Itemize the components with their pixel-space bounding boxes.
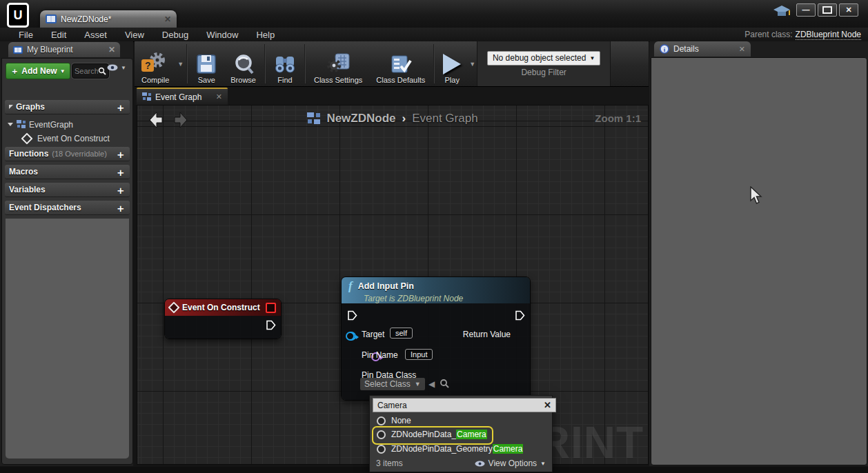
class-picker-search-value: Camera (377, 401, 544, 410)
breadcrumb-current[interactable]: Event Graph (412, 112, 477, 125)
visibility-filter-button[interactable]: ▼ (107, 64, 126, 71)
section-functions-label: Functions (9, 149, 48, 159)
my-blueprint-body: ＋ Add New ▼ Search ▼ Graphs ＋ EventGraph (1, 58, 133, 465)
search-input[interactable]: Search (72, 63, 109, 79)
eye-icon (107, 64, 118, 71)
add-macro-button[interactable]: ＋ (115, 167, 126, 177)
details-tab[interactable]: i Details ✕ (654, 41, 751, 57)
debug-filter-group: No debug object selected ▼ Debug Filter (477, 41, 611, 86)
details-tab-close-icon[interactable]: ✕ (739, 45, 745, 54)
class-circle-icon (377, 445, 386, 454)
add-variable-button[interactable]: ＋ (115, 185, 126, 195)
my-blueprint-panel: My Blueprint ✕ ＋ Add New ▼ Search ▼ Grap… (0, 41, 133, 466)
my-blueprint-tab[interactable]: My Blueprint ✕ (8, 42, 120, 57)
section-variables[interactable]: Variables ＋ (5, 183, 130, 197)
browse-to-asset-icon[interactable] (440, 379, 449, 388)
save-button[interactable]: Save (189, 41, 224, 86)
browse-button[interactable]: Browse (224, 41, 263, 86)
close-button[interactable]: ✕ (839, 3, 858, 17)
blueprint-graph-icon (142, 92, 151, 101)
node-add-input-pin[interactable]: f Add Input Pin Target is ZDBlueprint No… (341, 276, 531, 401)
breadcrumb-separator: › (402, 112, 406, 125)
chevron-down-icon: ▼ (540, 461, 546, 467)
menu-asset[interactable]: Asset (75, 30, 116, 40)
compile-button[interactable]: ? Compile (135, 41, 176, 86)
class-option-none[interactable]: None (377, 414, 411, 427)
menu-edit[interactable]: Edit (42, 30, 75, 40)
exec-output-pin[interactable] (266, 320, 276, 330)
view-options-button[interactable]: View Options ▼ (475, 459, 546, 468)
asset-tab-newzdnode[interactable]: NewZDNode* ✕ (40, 10, 177, 28)
class-settings-button[interactable]: Class Settings (307, 41, 369, 86)
unreal-blueprint-editor-window: U NewZDNode* ✕ — ✕ File Edit Asset View … (0, 0, 868, 473)
section-event-dispatchers[interactable]: Event Dispatchers ＋ (5, 201, 130, 215)
eventgraph-label: EventGraph (29, 120, 73, 130)
class-picker-search-input[interactable]: Camera ✕ (373, 398, 556, 412)
tutorial-graduation-cap-icon[interactable] (773, 4, 791, 19)
details-body-empty (651, 57, 867, 465)
event-graph-tab-close-icon[interactable]: ✕ (216, 92, 222, 101)
node-event-on-construct[interactable]: Event On Construct (164, 299, 282, 339)
main-toolbar: ? Compile ▼ Save Browse Find Class Setti… (135, 41, 649, 87)
menu-debug[interactable]: Debug (153, 30, 197, 40)
maximize-button[interactable] (818, 3, 837, 17)
find-binoculars-icon (274, 54, 296, 74)
use-selected-arrow-icon[interactable]: ◀ (428, 379, 435, 389)
target-pin-label: Target (362, 330, 384, 339)
event-on-construct-label: Event On Construct (37, 134, 110, 143)
parent-class-link[interactable]: ZDBlueprint Node (796, 30, 861, 40)
event-diamond-icon (21, 132, 33, 144)
menu-bar: File Edit Asset View Debug Window Help (0, 28, 868, 42)
menu-window[interactable]: Window (197, 30, 247, 40)
class-defaults-button[interactable]: Class Defaults (369, 41, 432, 86)
blueprint-graph-icon (17, 120, 26, 129)
asset-tab-title: NewZDNode* (61, 14, 160, 24)
add-graph-button[interactable]: ＋ (115, 102, 126, 112)
class-option-label: None (391, 416, 411, 425)
add-new-label: Add New (21, 66, 57, 76)
unreal-logo-icon: U (7, 3, 29, 28)
exec-input-pin[interactable] (347, 310, 357, 321)
collapse-triangle-icon[interactable] (9, 105, 13, 109)
section-macros[interactable]: Macros ＋ (5, 165, 130, 179)
toolbar-separator (264, 44, 266, 83)
minimize-button[interactable]: — (796, 3, 816, 17)
menu-help[interactable]: Help (247, 30, 284, 40)
expand-triangle-icon[interactable] (8, 123, 13, 126)
target-value-box[interactable]: self (390, 328, 413, 339)
toolbar-separator (304, 44, 306, 83)
menu-view[interactable]: View (116, 30, 153, 40)
compile-options-chevron-icon[interactable]: ▼ (177, 61, 184, 68)
my-blueprint-tab-close-icon[interactable]: ✕ (108, 46, 115, 54)
my-blueprint-tab-title: My Blueprint (27, 45, 104, 54)
debug-object-select[interactable]: No debug object selected ▼ (487, 51, 600, 66)
clear-search-icon[interactable]: ✕ (544, 400, 551, 410)
play-button[interactable]: Play (436, 41, 468, 86)
breadcrumb-root[interactable]: NewZDNode (326, 112, 395, 125)
section-functions[interactable]: Functions (18 Overridable) ＋ (5, 147, 130, 161)
exec-output-pin[interactable] (515, 310, 525, 321)
blueprint-book-icon (46, 14, 57, 23)
menu-file[interactable]: File (10, 30, 42, 40)
play-triangle-icon (443, 54, 461, 74)
event-graph-tab[interactable]: Event Graph ✕ (137, 88, 228, 105)
add-new-button[interactable]: ＋ Add New ▼ (6, 63, 70, 79)
browse-magnifier-icon (233, 54, 255, 74)
play-options-chevron-icon[interactable]: ▼ (469, 61, 475, 68)
tree-item-event-on-construct[interactable]: Event On Construct (5, 132, 148, 145)
asset-tab-close-icon[interactable]: ✕ (164, 15, 171, 23)
my-blueprint-empty-area (6, 219, 129, 459)
add-function-button[interactable]: ＋ (115, 149, 126, 159)
add-event-dispatcher-button[interactable]: ＋ (115, 203, 126, 213)
node-title: Event On Construct (182, 303, 262, 312)
pin-name-value-box[interactable]: Input (405, 349, 433, 360)
details-panel: i Details ✕ (649, 41, 868, 466)
tree-item-eventgraph[interactable]: EventGraph (5, 118, 132, 131)
function-icon: f (348, 279, 353, 293)
blueprint-graph-icon (307, 112, 320, 125)
select-class-dropdown[interactable]: Select Class ▼ (360, 378, 425, 390)
pin-name-label: Pin Name (362, 350, 398, 360)
book-icon (13, 46, 23, 54)
section-graphs[interactable]: Graphs ＋ (5, 100, 130, 114)
find-button[interactable]: Find (267, 41, 303, 86)
